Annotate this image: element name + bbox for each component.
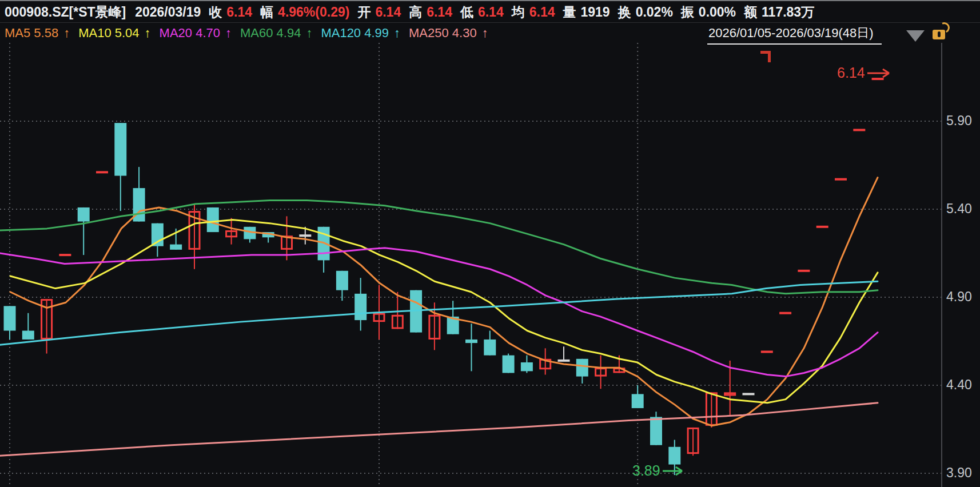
y-axis-label-4.40: 4.40 bbox=[946, 377, 972, 393]
latest-price-label: 6.14 bbox=[837, 65, 865, 81]
y-axis-label-5.40: 5.40 bbox=[946, 201, 972, 217]
arrow-right-icon bbox=[662, 465, 686, 477]
corner-mark-icon bbox=[760, 51, 771, 62]
stock-app-window: 000908.SZ[*ST景峰] 2026/03/19 收6.14幅4.96%(… bbox=[0, 0, 980, 487]
low-price-label: 3.89 bbox=[632, 462, 660, 479]
unlock-icon[interactable] bbox=[933, 30, 945, 39]
kline-chart[interactable] bbox=[0, 0, 980, 487]
low-price-annotation: 3.89 bbox=[632, 462, 686, 479]
period-range-selector[interactable]: 2026/01/05-2026/03/19(48日) bbox=[707, 25, 882, 45]
y-axis-label-4.90: 4.90 bbox=[946, 289, 972, 305]
chevron-down-icon[interactable] bbox=[906, 30, 925, 42]
y-axis-label-3.90: 3.90 bbox=[946, 465, 972, 481]
y-axis-label-5.90: 5.90 bbox=[946, 113, 972, 129]
latest-price-annotation: 6.14 bbox=[837, 65, 893, 81]
arrow-right-icon bbox=[866, 67, 893, 79]
